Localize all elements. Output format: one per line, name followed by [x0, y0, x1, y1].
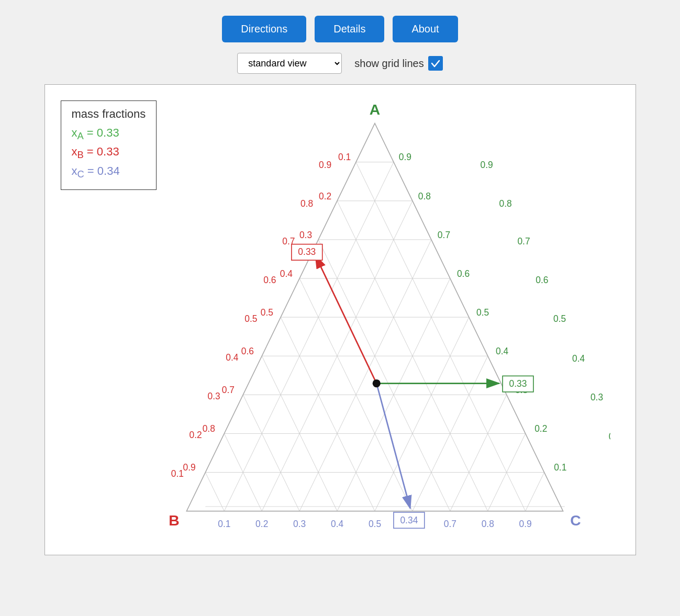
toolbar: Directions Details About [222, 16, 458, 42]
svg-text:0.7: 0.7 [437, 230, 450, 240]
svg-text:0.8: 0.8 [499, 198, 511, 209]
svg-text:0.8: 0.8 [481, 519, 494, 529]
svg-text:0.7: 0.7 [221, 385, 234, 395]
vertex-a-label: A [369, 101, 380, 118]
svg-text:0.9: 0.9 [519, 519, 531, 529]
svg-text:0.3: 0.3 [207, 391, 220, 401]
arrow-red [315, 255, 376, 383]
view-select[interactable]: standard view reverse view [237, 53, 342, 74]
svg-text:0.4: 0.4 [226, 352, 239, 363]
svg-line-19 [450, 395, 506, 511]
svg-text:0.1: 0.1 [338, 152, 350, 162]
svg-text:0.5: 0.5 [244, 313, 257, 324]
scale-xa-right: 0.9 0.8 0.7 0.6 0.5 0.4 0.3 0.2 0.1 [398, 152, 566, 473]
svg-text:0.5: 0.5 [260, 307, 273, 318]
show-grid-checkbox[interactable] [428, 56, 443, 71]
svg-text:0.3: 0.3 [590, 392, 603, 402]
mass-fractions-title: mass fractions [72, 107, 146, 121]
svg-text:0.6: 0.6 [456, 268, 469, 279]
svg-text:0.1: 0.1 [554, 462, 566, 473]
show-grid-label: show grid lines [354, 56, 442, 71]
svg-text:0.6: 0.6 [536, 275, 548, 285]
fraction-b: xB = 0.33 [72, 145, 146, 161]
svg-text:0.4: 0.4 [572, 353, 585, 364]
svg-line-21 [525, 473, 544, 511]
svg-line-30 [205, 473, 224, 511]
svg-text:0.5: 0.5 [553, 313, 566, 324]
svg-text:0.4: 0.4 [330, 519, 343, 529]
svg-line-22 [356, 162, 526, 511]
svg-text:0.5: 0.5 [368, 519, 381, 529]
svg-text:0.7: 0.7 [517, 236, 530, 247]
directions-button[interactable]: Directions [222, 16, 306, 42]
label-red: 0.33 [298, 247, 316, 257]
grid-ab [224, 162, 544, 511]
label-green: 0.33 [509, 378, 527, 389]
svg-text:0.9: 0.9 [318, 160, 331, 170]
data-point[interactable] [372, 379, 380, 387]
main-panel: mass fractions xA = 0.33 xB = 0.33 xC = … [44, 84, 636, 555]
svg-text:0.9: 0.9 [183, 462, 195, 473]
ternary-diagram[interactable]: A B C 0.7 0.6 0.5 0.4 0.8 0.9 0.3 0.2 0.… [139, 100, 610, 545]
label-blue: 0.34 [400, 515, 418, 525]
svg-text:0.8: 0.8 [202, 423, 215, 434]
svg-text:0.5: 0.5 [476, 307, 488, 318]
svg-line-26 [281, 317, 375, 511]
fraction-c: xC = 0.34 [72, 164, 146, 180]
svg-text:0.3: 0.3 [299, 230, 311, 240]
svg-text:0.8: 0.8 [300, 198, 313, 209]
details-button[interactable]: Details [315, 16, 384, 42]
fraction-a: xA = 0.33 [72, 126, 146, 142]
svg-text:0.4: 0.4 [496, 346, 509, 356]
svg-text:0.8: 0.8 [418, 191, 430, 201]
arrow-blue [376, 384, 410, 509]
svg-text:0.2: 0.2 [608, 431, 610, 442]
svg-text:0.2: 0.2 [534, 423, 547, 434]
controls-bar: standard view reverse view show grid lin… [237, 53, 442, 74]
svg-text:0.7: 0.7 [443, 519, 456, 529]
about-button[interactable]: About [393, 16, 458, 42]
svg-text:0.3: 0.3 [293, 519, 306, 529]
svg-text:0.6: 0.6 [241, 346, 253, 356]
svg-text:0.2: 0.2 [318, 191, 331, 201]
svg-text:0.6: 0.6 [263, 275, 276, 285]
scale-left: 0.7 0.6 0.5 0.4 0.8 0.9 0.3 0.2 0.1 [171, 160, 331, 479]
grid-ac [205, 162, 525, 511]
svg-line-24 [318, 240, 450, 511]
svg-line-17 [375, 317, 469, 511]
svg-text:0.4: 0.4 [280, 268, 293, 279]
svg-text:0.1: 0.1 [218, 519, 230, 529]
svg-text:0.2: 0.2 [189, 430, 202, 440]
svg-text:0.1: 0.1 [171, 468, 183, 479]
scale-xa-left: 0.1 0.2 0.3 0.4 0.5 0.6 0.7 0.8 0.9 [183, 152, 351, 473]
scale-bottom: 0.1 0.2 0.3 0.5 0.6 0.7 0.8 0.9 0.4 [218, 519, 532, 529]
svg-text:0.2: 0.2 [255, 519, 268, 529]
vertex-c-label: C [570, 512, 581, 529]
svg-line-15 [299, 240, 431, 511]
vertex-b-label: B [169, 512, 179, 529]
svg-text:0.9: 0.9 [398, 152, 411, 162]
svg-line-13 [224, 162, 394, 511]
svg-line-28 [243, 395, 299, 511]
svg-text:0.9: 0.9 [480, 160, 493, 170]
